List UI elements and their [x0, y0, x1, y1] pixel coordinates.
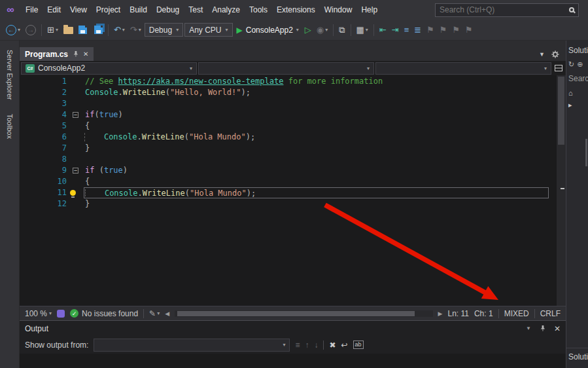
- panel-scrollbar-thumb[interactable]: [585, 139, 587, 166]
- clear-all-output-icon[interactable]: ✖: [329, 340, 336, 350]
- output-content[interactable]: [20, 354, 566, 368]
- collapse-region-icon[interactable]: −: [73, 112, 78, 118]
- menu-test[interactable]: Test: [184, 0, 207, 20]
- horizontal-scrollbar[interactable]: [175, 310, 432, 317]
- member-list-button[interactable]: ▦▾: [355, 24, 370, 36]
- save-button[interactable]: [77, 24, 89, 35]
- uncomment-selection-button[interactable]: ≣: [412, 24, 423, 36]
- menu-project[interactable]: Project: [92, 0, 125, 20]
- type-dropdown[interactable]: ▾: [198, 62, 374, 75]
- code-line-4[interactable]: 4−if(true): [20, 109, 566, 120]
- next-bookmark-button[interactable]: ⚑: [450, 24, 462, 36]
- breakpoint-margin[interactable]: [20, 87, 30, 98]
- tree-expand-icon[interactable]: ▸: [566, 99, 588, 111]
- pin-icon[interactable]: [72, 50, 79, 58]
- breakpoint-margin[interactable]: [20, 187, 30, 198]
- menu-file[interactable]: File: [21, 0, 43, 20]
- navigate-forward-button[interactable]: →: [24, 24, 38, 37]
- search-input[interactable]: [440, 5, 569, 14]
- project-dropdown[interactable]: C# ConsoleApp2 ▾: [21, 62, 197, 75]
- increase-indent-button[interactable]: ⇥: [390, 24, 401, 36]
- server-explorer-tab[interactable]: Server Explorer: [6, 45, 14, 105]
- breakpoint-margin[interactable]: [20, 165, 30, 176]
- quick-actions-lightbulb-icon[interactable]: [70, 190, 76, 196]
- menu-help[interactable]: Help: [356, 0, 382, 20]
- breakpoint-margin[interactable]: [20, 120, 30, 132]
- line-ending-indicator[interactable]: CRLF: [540, 309, 561, 318]
- vertical-scrollbar[interactable]: [557, 75, 566, 306]
- gear-icon[interactable]: [551, 50, 559, 58]
- menu-build[interactable]: Build: [125, 0, 152, 20]
- breakpoint-margin[interactable]: [20, 176, 30, 187]
- find-message-icon[interactable]: ≡: [295, 340, 300, 350]
- code-line-8[interactable]: 8: [20, 154, 566, 165]
- toggle-whitespace-icon[interactable]: ab: [353, 340, 364, 349]
- pin-icon[interactable]: [539, 325, 546, 332]
- breakpoint-margin[interactable]: [20, 98, 30, 109]
- tab-program-cs[interactable]: Program.cs ✕: [20, 47, 94, 61]
- solution-explorer-bottom-tab[interactable]: Soluti: [566, 348, 588, 368]
- menu-edit[interactable]: Edit: [43, 0, 65, 20]
- code-line-5[interactable]: 5{: [20, 120, 566, 132]
- solution-search-label[interactable]: Search: [566, 70, 588, 87]
- find-in-files-button[interactable]: ⧉: [337, 24, 347, 36]
- breakpoint-margin[interactable]: [20, 198, 30, 210]
- breakpoint-margin[interactable]: [20, 143, 30, 154]
- start-without-debugging-button[interactable]: ▷: [303, 24, 313, 36]
- menu-debug[interactable]: Debug: [152, 0, 184, 20]
- output-source-dropdown[interactable]: ▾: [94, 339, 290, 352]
- word-wrap-icon[interactable]: ↩: [341, 340, 347, 350]
- code-line-9[interactable]: 9−if (true): [20, 165, 566, 176]
- open-file-button[interactable]: [61, 24, 75, 35]
- toolbox-tab[interactable]: Toolbox: [6, 109, 14, 144]
- split-window-button[interactable]: [553, 65, 564, 71]
- comment-selection-button[interactable]: ≡: [402, 24, 411, 36]
- next-message-icon[interactable]: ↓: [314, 340, 318, 350]
- scroll-right-icon[interactable]: ▶: [438, 310, 443, 317]
- collapse-region-icon[interactable]: −: [73, 168, 78, 174]
- zoom-dropdown[interactable]: 100 % ▾: [25, 309, 52, 318]
- previous-message-icon[interactable]: ↑: [305, 340, 309, 350]
- code-line-2[interactable]: 2Console.WriteLine("Hello, World!");: [20, 87, 566, 98]
- navigate-backward-button[interactable]: ←▾: [4, 24, 22, 37]
- save-all-button[interactable]: [90, 24, 105, 35]
- decrease-indent-button[interactable]: ⇤: [377, 24, 389, 36]
- close-icon[interactable]: ✕: [554, 324, 561, 333]
- menu-tools[interactable]: Tools: [245, 0, 272, 20]
- refresh-icon[interactable]: ↻: [568, 60, 574, 69]
- code-line-10[interactable]: 10{: [20, 176, 566, 187]
- clear-bookmarks-button[interactable]: ⚑: [463, 24, 475, 36]
- menu-extensions[interactable]: Extensions: [272, 0, 320, 20]
- code-line-7[interactable]: 7}: [20, 143, 566, 154]
- start-debugging-button[interactable]: ▶ConsoleApp2▾: [234, 24, 302, 36]
- code-line-1[interactable]: 1// See https://aka.ms/new-console-templ…: [20, 76, 566, 87]
- hot-reload-button[interactable]: ◉▾: [315, 24, 330, 36]
- previous-bookmark-button[interactable]: ⚑: [438, 24, 449, 36]
- add-icon[interactable]: ⊕: [577, 60, 583, 69]
- code-editor[interactable]: 1// See https://aka.ms/new-console-templ…: [20, 75, 566, 306]
- code-line-6[interactable]: 6 Console.WriteLine("Hola Mundo");: [20, 132, 566, 143]
- member-dropdown[interactable]: ▾: [375, 62, 551, 75]
- code-line-11[interactable]: 11 Console.WriteLine("Hola Mundo");: [20, 187, 566, 198]
- scroll-left-icon[interactable]: ◀: [165, 310, 169, 317]
- toggle-bookmark-button[interactable]: ⚑: [424, 24, 436, 36]
- document-list-dropdown-icon[interactable]: ▼: [539, 51, 545, 58]
- quick-search-box[interactable]: [435, 3, 579, 17]
- undo-button[interactable]: ↶▾: [112, 24, 127, 36]
- menu-view[interactable]: View: [65, 0, 92, 20]
- code-line-12[interactable]: 12}: [20, 198, 566, 210]
- window-menu-icon[interactable]: ▼: [526, 325, 531, 331]
- issues-indicator[interactable]: ✓ No issues found: [70, 309, 138, 318]
- code-line-3[interactable]: 3: [20, 98, 566, 109]
- menu-analyze[interactable]: Analyze: [207, 0, 245, 20]
- breakpoint-margin[interactable]: [20, 109, 30, 120]
- home-icon[interactable]: ⌂: [566, 87, 588, 99]
- breakpoint-margin[interactable]: [20, 132, 30, 143]
- document-health-icon[interactable]: [57, 310, 65, 318]
- encoding-indicator[interactable]: MIXED: [504, 309, 529, 318]
- horizontal-scrollbar-thumb[interactable]: [177, 311, 415, 316]
- breakpoint-margin[interactable]: [20, 76, 30, 87]
- new-project-button[interactable]: ⊞▾: [45, 24, 60, 36]
- menu-window[interactable]: Window: [320, 0, 357, 20]
- redo-button[interactable]: ↷▾: [128, 24, 143, 36]
